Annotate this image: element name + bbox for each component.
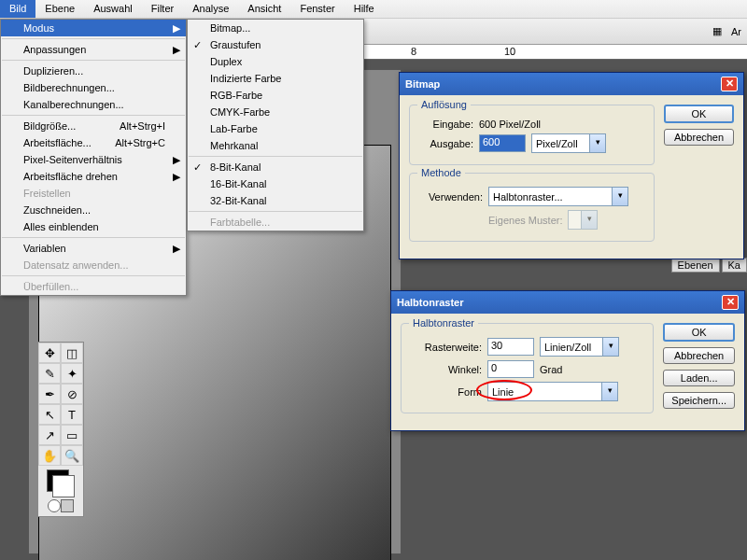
menu-item-anpassungen[interactable]: Anpassungen▶: [1, 41, 186, 58]
tab-ebenen[interactable]: Ebenen: [671, 258, 720, 273]
legend: Auflösung: [417, 99, 471, 110]
menu-item-alles-einblenden[interactable]: Alles einblenden: [1, 218, 186, 235]
verwenden-combo[interactable]: Halbtonraster...▾: [488, 187, 628, 206]
menu-item-bildberechnungen[interactable]: Bildberechnungen...: [1, 79, 186, 96]
eyedropper-tool-icon[interactable]: ✒: [38, 384, 61, 404]
brush-tool-icon[interactable]: ⊘: [61, 384, 83, 404]
legend: Methode: [417, 167, 465, 178]
menu-item-datensatz: Datensatz anwenden...: [1, 257, 186, 273]
dropdown-arrow-icon[interactable]: ▾: [601, 383, 617, 400]
menu-item-rgb[interactable]: RGB-Farbe: [188, 87, 363, 104]
dropdown-arrow-icon[interactable]: ▾: [602, 338, 618, 356]
verwenden-label: Verwenden:: [417, 191, 483, 203]
menu-item-16bit[interactable]: 16-Bit-Kanal: [188, 175, 363, 192]
rasterweite-label: Rasterweite:: [409, 342, 482, 353]
wand-tool-icon[interactable]: ✦: [61, 363, 83, 384]
menu-item-arbeitsflaeche-drehen[interactable]: Arbeitsfläche drehen▶: [1, 168, 186, 185]
move-tool-icon[interactable]: ✥: [38, 343, 61, 363]
abbrechen-button[interactable]: Abbrechen: [663, 347, 735, 364]
ausgabe-input[interactable]: 600: [479, 134, 526, 152]
tab-kanaele[interactable]: Ka: [722, 258, 747, 273]
menu-item-modus[interactable]: Modus▶: [1, 20, 186, 36]
hand-tool-icon[interactable]: ✋: [38, 445, 61, 466]
background-swatch[interactable]: [52, 475, 75, 497]
tool-palette: ✥◫ ✎✦ ✒⊘ ↖T ↗▭ ✋🔍: [37, 342, 84, 517]
eingabe-label: Eingabe:: [417, 119, 473, 130]
menu-item-freistellen: Freistellen: [1, 185, 186, 202]
menu-modus-dropdown: Bitmap... ✓Graustufen Duplex Indizierte …: [187, 19, 364, 231]
menu-bild[interactable]: Bild: [0, 0, 35, 18]
close-button[interactable]: ✕: [721, 77, 738, 91]
quickmask-icon[interactable]: [48, 499, 61, 512]
menu-item-graustufen[interactable]: ✓Graustufen: [188, 36, 363, 53]
menu-item-variablen[interactable]: Variablen▶: [1, 240, 186, 257]
abbrechen-button[interactable]: Abbrechen: [664, 129, 734, 146]
menu-item-duplex[interactable]: Duplex: [188, 53, 363, 70]
methode-group: Methode Verwenden: Halbtonraster...▾ Eig…: [409, 173, 655, 242]
legend: Halbtonraster: [409, 317, 478, 329]
menu-item-32bit[interactable]: 32-Bit-Kanal: [188, 192, 363, 209]
menu-item-kanalberechnungen[interactable]: Kanalberechnungen...: [1, 96, 186, 113]
check-icon: ✓: [193, 39, 202, 51]
halbtonraster-dialog: Halbtonraster ✕ Halbtonraster Rasterweit…: [390, 290, 745, 431]
menu-ansicht[interactable]: Ansicht: [238, 0, 290, 18]
form-label: Form: [409, 386, 482, 398]
menu-item-cmyk[interactable]: CMYK-Farbe: [188, 104, 363, 120]
rasterweite-input[interactable]: 30: [487, 338, 534, 356]
screenmode-icon[interactable]: [61, 499, 74, 512]
menu-item-bitmap[interactable]: Bitmap...: [188, 20, 363, 36]
menu-item-zuschneiden[interactable]: Zuschneiden...: [1, 202, 186, 218]
panel-tabs: Ebenen Ka: [671, 258, 747, 273]
menu-item-pixel-seitenverhaeltnis[interactable]: Pixel-Seitenverhältnis▶: [1, 151, 186, 168]
menu-item-mehrkanal[interactable]: Mehrkanal: [188, 137, 363, 154]
menu-bild-dropdown: Modus▶ Anpassungen▶ Duplizieren... Bildb…: [0, 19, 187, 296]
rasterweite-unit-combo[interactable]: Linien/Zoll▾: [540, 337, 619, 357]
zoom-tool-icon[interactable]: 🔍: [61, 445, 83, 466]
ok-button[interactable]: OK: [663, 323, 735, 342]
muster-combo: ▾: [568, 210, 598, 230]
dropdown-arrow-icon: ▾: [581, 211, 597, 229]
path-tool-icon[interactable]: ↗: [38, 425, 61, 445]
ok-button[interactable]: OK: [664, 105, 734, 123]
form-combo[interactable]: Linie▾: [487, 382, 618, 401]
submenu-arrow-icon: ▶: [173, 44, 180, 56]
marquee-tool-icon[interactable]: ◫: [61, 343, 83, 363]
menu-ebene[interactable]: Ebene: [35, 0, 84, 18]
toolbar-text: Ar: [731, 26, 741, 37]
shape-tool-icon[interactable]: ▭: [61, 425, 83, 445]
menu-hilfe[interactable]: Hilfe: [345, 0, 384, 18]
ausgabe-unit-combo[interactable]: Pixel/Zoll▾: [531, 133, 606, 153]
speichern-button[interactable]: Speichern...: [663, 392, 735, 409]
menu-item-bildgroesse[interactable]: Bildgröße...Alt+Strg+I: [1, 118, 186, 134]
type-tool-icon[interactable]: T: [61, 404, 83, 425]
lasso-tool-icon[interactable]: ✎: [38, 363, 61, 384]
menu-item-farbtabelle: Farbtabelle...: [188, 214, 363, 231]
menu-item-8bit[interactable]: ✓8-Bit-Kanal: [188, 159, 363, 175]
winkel-input[interactable]: 0: [487, 360, 534, 378]
dropdown-arrow-icon[interactable]: ▾: [612, 188, 627, 205]
menubar: Bild Ebene Auswahl Filter Analyse Ansich…: [0, 0, 747, 19]
menu-analyse[interactable]: Analyse: [183, 0, 238, 18]
aufloesung-group: Auflösung Eingabe: 600 Pixel/Zoll Ausgab…: [409, 105, 655, 165]
pen-tool-icon[interactable]: ↖: [38, 404, 61, 425]
dropdown-arrow-icon[interactable]: ▾: [589, 134, 605, 152]
menu-item-duplizieren[interactable]: Duplizieren...: [1, 63, 186, 79]
menu-fenster[interactable]: Fenster: [290, 0, 344, 18]
menu-item-lab[interactable]: Lab-Farbe: [188, 120, 363, 137]
submenu-arrow-icon: ▶: [173, 22, 180, 35]
dialog-titlebar[interactable]: Bitmap ✕: [400, 73, 743, 95]
menu-item-ueberfuellen: Überfüllen...: [1, 278, 186, 295]
menu-item-indizierte-farbe[interactable]: Indizierte Farbe: [188, 70, 363, 87]
panel-icon[interactable]: ▦: [707, 21, 727, 42]
laden-button[interactable]: Laden...: [663, 370, 735, 386]
dialog-titlebar[interactable]: Halbtonraster ✕: [391, 291, 744, 314]
close-button[interactable]: ✕: [722, 295, 739, 310]
submenu-arrow-icon: ▶: [173, 154, 180, 166]
menu-filter[interactable]: Filter: [142, 0, 183, 18]
winkel-unit: Grad: [540, 364, 562, 375]
ausgabe-label: Ausgabe:: [417, 138, 473, 149]
bitmap-dialog: Bitmap ✕ Auflösung Eingabe: 600 Pixel/Zo…: [399, 72, 744, 259]
halbtonraster-group: Halbtonraster Rasterweite: 30 Linien/Zol…: [401, 323, 654, 413]
menu-auswahl[interactable]: Auswahl: [84, 0, 142, 18]
menu-item-arbeitsflaeche[interactable]: Arbeitsfläche...Alt+Strg+C: [1, 134, 186, 151]
